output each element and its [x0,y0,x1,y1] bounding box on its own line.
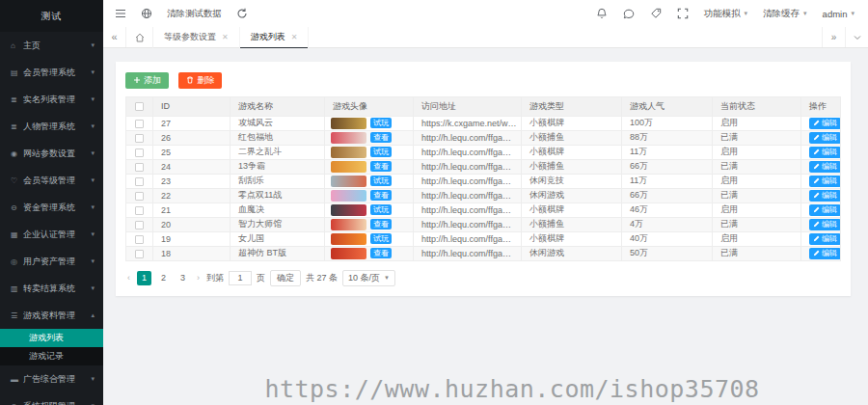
tabs-menu-button[interactable] [845,27,868,47]
edit-button[interactable]: 编辑 [809,147,841,158]
edit-button[interactable]: 编辑 [809,190,841,202]
row-checkbox[interactable] [135,250,144,258]
page-size-select[interactable]: 10 条/页 ▼ [342,270,395,286]
row-checkbox[interactable] [135,206,144,215]
globe-icon[interactable] [141,8,152,19]
view-badge-button[interactable]: 查看 [370,248,392,258]
jump-suffix-label: 页 [257,272,265,284]
function-simulate-dropdown[interactable]: 功能模拟▾ [704,8,748,20]
chevron-down-icon: ▾ [851,10,854,17]
user-account-dropdown[interactable]: admin▾ [823,9,854,19]
next-page-button[interactable]: › [195,273,202,283]
clear-cache-dropdown[interactable]: 清除缓存▾ [763,8,807,20]
sidebar-item-8[interactable]: ◎ 用户资产管理 ▾ [0,248,103,275]
sidebar-item-2[interactable]: ≣ 实名列表管理 ▾ [0,86,103,113]
clear-test-data-button[interactable]: 清除测试数据 [167,8,222,20]
table-row: 23 刮刮乐 试玩 http://h.lequ.com/ffgamedetail… [126,174,841,188]
row-checkbox[interactable] [135,134,144,143]
sidebar-subitem-1[interactable]: 游戏记录 [0,347,103,365]
view-badge-button[interactable]: 查看 [370,190,392,201]
edit-button[interactable]: 编辑 [809,176,841,187]
edit-button[interactable]: 编辑 [809,118,841,129]
edit-button[interactable]: 编辑 [809,233,841,245]
row-checkbox[interactable] [135,235,144,244]
view-badge-button[interactable]: 试玩 [370,118,392,128]
prev-page-button[interactable]: ‹ [125,273,132,283]
view-badge-button[interactable]: 试玩 [370,233,392,244]
cell-visit-url: http://h.lequ.com/ffgamedetail_... [414,217,522,231]
row-checkbox[interactable] [135,148,144,157]
page-jump-input[interactable] [229,271,252,285]
game-thumbnail [331,161,366,173]
edit-button[interactable]: 编辑 [809,132,841,144]
confirm-jump-button[interactable]: 确定 [270,270,301,286]
game-thumbnail [331,233,366,245]
close-icon[interactable]: ✕ [222,33,229,41]
view-badge-button[interactable]: 试玩 [370,147,392,157]
tab-level-params[interactable]: 等级参数设置 ✕ [153,27,240,48]
table-row: 27 攻城风云 试玩 https://k.cxgame.net/w5dpk5p.… [126,116,841,130]
sidebar-item-12[interactable]: ⊘ 系统权限管理 ▾ [0,392,103,405]
page-number-button[interactable]: 1 [137,271,151,285]
view-badge-button[interactable]: 查看 [370,161,392,172]
cell-popularity: 100万 [622,116,713,130]
tag-icon[interactable] [650,8,662,19]
view-badge-button[interactable]: 查看 [370,132,392,143]
sidebar-item-9[interactable]: ▥ 转卖结算系统 ▾ [0,275,103,302]
sidebar-item-7[interactable]: ▦ 企业认证管理 ▾ [0,221,103,248]
row-checkbox[interactable] [135,177,144,186]
cell-id: 20 [153,217,231,231]
close-icon[interactable]: ✕ [291,33,298,41]
view-badge-button[interactable]: 试玩 [370,204,392,215]
row-checkbox[interactable] [135,221,144,230]
fullscreen-icon[interactable] [677,8,689,19]
chat-icon[interactable] [623,8,635,19]
view-badge-button[interactable]: 查看 [370,219,392,230]
cell-game-name: 红包福地 [231,130,325,145]
refresh-icon[interactable] [236,8,248,19]
sidebar-item-11[interactable]: ▬ 广告综合管理 ▾ [0,365,103,392]
shield-icon: ⊘ [11,402,23,405]
row-checkbox[interactable] [135,192,144,201]
row-checkbox[interactable] [135,120,144,128]
heart-icon: ♡ [11,176,23,185]
page-number-button[interactable]: 3 [176,271,190,285]
app-window: 测试 ⌂ 主页 ▾ ▤ 会员管理系统 ▾ ≣ 实名列表管理 ▾ ≣ 人物管理系统… [0,0,868,405]
delete-button[interactable]: 删除 [178,72,222,89]
chevron-icon: ▾ [91,68,95,76]
tabs-overflow-button[interactable]: » [822,27,845,47]
cell-visit-url: http://h.lequ.com/ffgamedetail... [414,231,522,246]
sidebar-item-10[interactable]: ☰ 游戏资料管理 ▴ [0,302,103,329]
edit-button[interactable]: 编辑 [809,219,841,230]
edit-button[interactable]: 编辑 [809,248,841,259]
cell-game-type: 小额棋牌 [522,202,622,217]
add-button[interactable]: 添加 [125,72,169,89]
cell-game-type: 小额捕鱼 [522,159,622,174]
view-badge-button[interactable]: 试玩 [370,176,392,186]
cell-visit-url: http://h.lequ.com/ffgamedetail... [414,202,522,217]
sidebar-item-0[interactable]: ⌂ 主页 ▾ [0,32,103,59]
edit-button[interactable]: 编辑 [809,161,841,173]
sidebar-item-4[interactable]: ◉ 网站参数设置 ▾ [0,140,103,167]
edit-button[interactable]: 编辑 [809,204,841,216]
panel-icon: ▥ [11,284,23,293]
sidebar-item-1[interactable]: ▤ 会员管理系统 ▾ [0,59,103,86]
table-row: 25 二界之乱斗 试玩 http://h.lequ.com/ffgamedeta… [126,145,841,159]
sidebar-item-5[interactable]: ♡ 会员等级管理 ▾ [0,167,103,194]
sidebar-item-6[interactable]: ⊖ 资金管理系统 ▾ [0,194,103,221]
tabs-collapse-button[interactable]: « [103,27,126,47]
chevron-icon: ▴ [91,311,95,319]
cell-popularity: 4万 [622,217,713,231]
hamburger-menu-icon[interactable] [115,8,126,19]
table-header-row: ID 游戏名称 游戏头像 访问地址 游戏类型 游戏人气 当前状态 操作 [126,96,841,116]
tab-game-list[interactable]: 游戏列表 ✕ [240,27,310,48]
minus-icon: ⊖ [11,203,23,212]
cell-popularity: 40万 [622,231,713,246]
row-checkbox[interactable] [135,163,144,172]
select-all-checkbox[interactable] [135,102,144,111]
home-tab-icon[interactable] [126,27,153,48]
bell-icon[interactable] [596,8,608,19]
sidebar-subitem-0[interactable]: 游戏列表 [0,329,103,347]
page-number-button[interactable]: 2 [156,271,171,285]
sidebar-item-3[interactable]: ≣ 人物管理系统 ▾ [0,113,103,140]
